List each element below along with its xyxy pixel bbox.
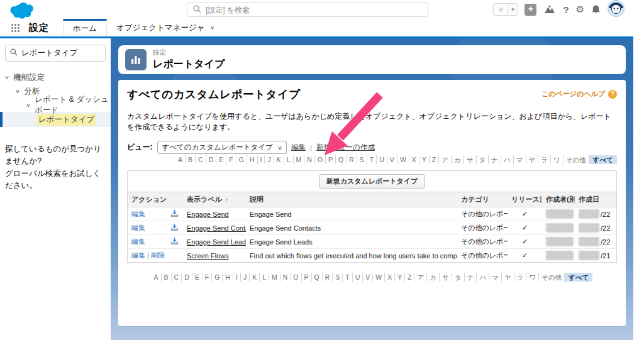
index-letter[interactable]: ラ: [538, 155, 551, 164]
index-letter[interactable]: A: [152, 273, 162, 282]
report-type-label-link[interactable]: Engage Send Leads: [187, 238, 246, 246]
sidebar-item-node[interactable]: ∨機能設定: [0, 70, 111, 84]
index-letter[interactable]: L: [260, 273, 269, 282]
index-letter[interactable]: K: [250, 273, 260, 282]
index-letter[interactable]: H: [247, 155, 258, 164]
index-letter[interactable]: タ: [452, 273, 465, 282]
index-letter[interactable]: R: [323, 273, 333, 282]
index-letter[interactable]: S: [333, 273, 343, 282]
index-letter[interactable]: U: [353, 273, 364, 282]
index-letter[interactable]: W: [373, 273, 385, 282]
trailhead-icon[interactable]: [543, 4, 556, 14]
index-letter[interactable]: ア: [439, 155, 452, 164]
quick-create-plus-icon[interactable]: +: [525, 4, 536, 16]
new-custom-report-type-button[interactable]: 新規カスタムレポートタイプ: [319, 174, 426, 189]
index-letter[interactable]: カ: [427, 273, 440, 282]
index-letter[interactable]: ナ: [465, 273, 477, 282]
edit-link[interactable]: 編集: [131, 238, 145, 245]
index-letter[interactable]: その他: [564, 155, 589, 164]
column-header-1[interactable]: 表示ラベル ↑: [183, 192, 246, 207]
index-letter[interactable]: ヤ: [502, 273, 514, 282]
index-letter[interactable]: B: [162, 273, 172, 282]
index-letter[interactable]: H: [223, 273, 233, 282]
index-letter[interactable]: ハ: [477, 273, 489, 282]
column-header-6[interactable]: 作成日: [575, 192, 616, 207]
index-letter[interactable]: O: [291, 273, 301, 282]
quick-find-box[interactable]: [5, 45, 106, 62]
index-letter[interactable]: X: [409, 155, 419, 164]
user-avatar[interactable]: [608, 0, 625, 19]
index-letter[interactable]: Z: [405, 273, 414, 282]
index-letter[interactable]: P: [326, 155, 336, 164]
sidebar-item-node[interactable]: ∨レポート & ダッシュボード: [0, 98, 111, 112]
report-type-label-link[interactable]: Engage Send: [187, 211, 229, 218]
index-letter[interactable]: マ: [514, 155, 526, 164]
index-letter[interactable]: ワ: [526, 273, 539, 282]
index-letter[interactable]: N: [280, 273, 291, 282]
help-icon[interactable]: ?: [563, 4, 569, 15]
report-type-label-link[interactable]: Engage Send Contacts: [187, 224, 246, 232]
report-type-label-link[interactable]: Screen Flows: [187, 252, 229, 260]
index-letter[interactable]: B: [186, 155, 196, 164]
index-letter[interactable]: G: [212, 273, 223, 282]
index-letter[interactable]: P: [302, 273, 312, 282]
column-header-4[interactable]: リリース済み: [508, 192, 542, 207]
index-letter[interactable]: J: [241, 273, 250, 282]
index-letter[interactable]: ハ: [501, 155, 514, 164]
tab-object-manager[interactable]: オブジェクトマネージャ ∨: [107, 19, 224, 36]
index-letter[interactable]: C: [196, 155, 206, 164]
edit-link[interactable]: 編集: [131, 224, 145, 231]
index-letter[interactable]: K: [274, 155, 284, 164]
index-letter[interactable]: サ: [464, 155, 477, 164]
index-letter[interactable]: Z: [430, 155, 439, 164]
index-letter[interactable]: O: [315, 155, 326, 164]
column-header-5[interactable]: 作成者(別名): [542, 192, 575, 207]
global-search-input[interactable]: [206, 6, 422, 14]
sidebar-item-selected[interactable]: レポートタイプ: [0, 112, 111, 127]
index-letter[interactable]: サ: [440, 273, 452, 282]
index-letter[interactable]: Y: [419, 155, 430, 164]
page-help-link[interactable]: このページのヘルプ ?: [541, 89, 617, 99]
edit-link[interactable]: 編集: [131, 251, 145, 259]
view-edit-link[interactable]: 編集: [291, 143, 306, 152]
index-letter[interactable]: F: [203, 273, 212, 282]
favorites-button[interactable]: ★ ▼: [493, 3, 518, 16]
index-letter[interactable]: ヤ: [526, 155, 539, 164]
index-letter[interactable]: ラ: [514, 273, 527, 282]
delete-link[interactable]: 削除: [151, 251, 165, 259]
tab-home[interactable]: ホーム: [63, 19, 107, 36]
index-letter-all[interactable]: すべて: [565, 273, 592, 282]
column-header-2[interactable]: 説明: [246, 192, 457, 207]
index-letter[interactable]: I: [233, 273, 241, 282]
index-letter[interactable]: W: [397, 155, 409, 164]
index-letter[interactable]: D: [182, 273, 192, 282]
index-letter[interactable]: その他: [539, 273, 565, 282]
index-letter[interactable]: カ: [452, 155, 464, 164]
quick-find-input[interactable]: [21, 49, 101, 58]
index-letter[interactable]: E: [192, 273, 203, 282]
app-launcher-icon[interactable]: [11, 19, 20, 36]
index-letter[interactable]: Q: [312, 273, 323, 282]
index-letter[interactable]: R: [347, 155, 357, 164]
view-new-link[interactable]: 新規ビューの作成: [316, 143, 375, 152]
index-letter[interactable]: G: [236, 155, 247, 164]
index-letter[interactable]: ワ: [551, 155, 564, 164]
column-header-0[interactable]: アクション: [128, 192, 183, 207]
index-letter[interactable]: M: [269, 273, 280, 282]
help-badge-icon[interactable]: ?: [608, 90, 617, 99]
index-letter[interactable]: タ: [477, 155, 489, 164]
index-letter[interactable]: T: [343, 273, 352, 282]
edit-link[interactable]: 編集: [131, 210, 145, 217]
index-letter-all[interactable]: すべて: [589, 155, 617, 164]
column-header-3[interactable]: カテゴリ: [457, 192, 508, 207]
index-letter[interactable]: F: [226, 155, 236, 164]
index-letter[interactable]: S: [357, 155, 367, 164]
index-letter[interactable]: J: [265, 155, 274, 164]
index-letter[interactable]: C: [172, 273, 182, 282]
favorites-star-icon[interactable]: ★: [494, 4, 508, 15]
index-letter[interactable]: M: [294, 155, 305, 164]
global-search[interactable]: [187, 3, 428, 17]
index-letter[interactable]: マ: [489, 273, 502, 282]
index-letter[interactable]: A: [175, 155, 186, 164]
index-letter[interactable]: L: [284, 155, 294, 164]
